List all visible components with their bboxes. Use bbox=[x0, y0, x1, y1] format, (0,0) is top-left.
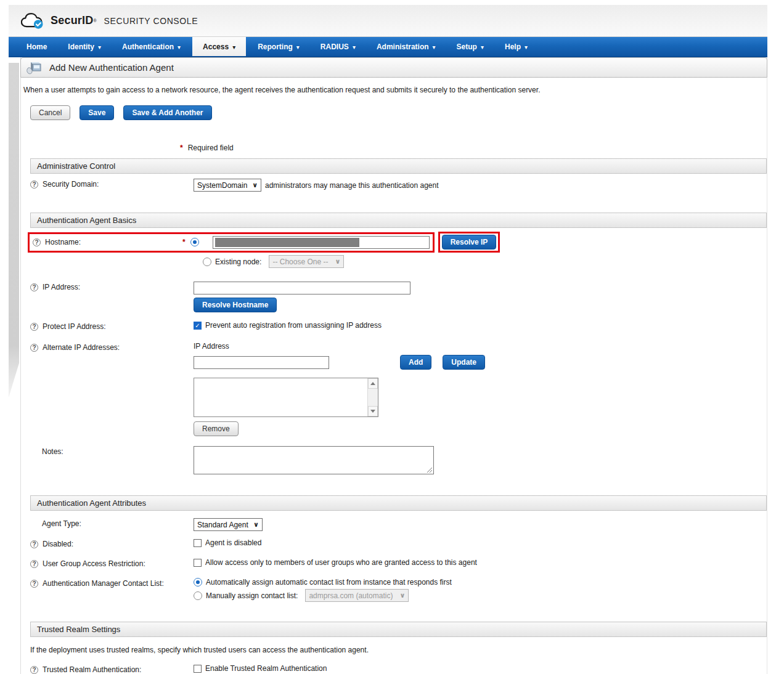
nav-identity[interactable]: Identity▾ bbox=[57, 37, 112, 56]
hostname-input[interactable] bbox=[213, 236, 430, 249]
notes-label: Notes: bbox=[42, 447, 63, 456]
chevron-down-icon: ▾ bbox=[433, 44, 436, 51]
resize-handle-icon[interactable] bbox=[426, 466, 432, 473]
nav-reporting[interactable]: Reporting▾ bbox=[247, 37, 310, 56]
trusted-realm-description: If the deployment uses trusted realms, s… bbox=[21, 637, 767, 654]
disabled-option-text: Agent is disabled bbox=[205, 538, 261, 547]
cancel-button[interactable]: Cancel bbox=[30, 105, 70, 120]
update-button[interactable]: Update bbox=[443, 355, 485, 370]
nav-home[interactable]: Home bbox=[16, 37, 57, 56]
resolve-ip-annotation-box: Resolve IP bbox=[438, 232, 500, 253]
required-note-text: Required field bbox=[188, 144, 234, 152]
contact-list-auto-radio[interactable] bbox=[194, 578, 202, 587]
existing-node-label: Existing node: bbox=[215, 258, 261, 266]
alternate-ip-listbox[interactable] bbox=[194, 378, 378, 417]
page-edge-decoration bbox=[9, 63, 19, 408]
help-icon[interactable]: ? bbox=[30, 181, 38, 189]
help-icon[interactable]: ? bbox=[30, 580, 38, 588]
save-add-another-button[interactable]: Save & Add Another bbox=[123, 105, 211, 120]
notes-row: Notes: bbox=[21, 436, 767, 479]
section-trusted-realm: Trusted Realm Settings bbox=[30, 622, 767, 637]
agent-type-row: Agent Type: Standard Agent ∨ bbox=[21, 511, 767, 534]
nav-access[interactable]: Access▾ bbox=[192, 37, 246, 56]
help-icon[interactable]: ? bbox=[30, 323, 38, 331]
alternate-ip-input[interactable] bbox=[194, 356, 329, 369]
security-domain-row: ? Security Domain: SystemDomain ∨ admini… bbox=[21, 174, 767, 197]
app-header: SecurID ® SECURITY CONSOLE bbox=[9, 5, 767, 37]
resolve-ip-button[interactable]: Resolve IP bbox=[442, 235, 497, 250]
help-icon[interactable]: ? bbox=[30, 283, 38, 291]
chevron-down-icon: ∨ bbox=[399, 591, 405, 599]
trusted-realm-auth-checkbox[interactable] bbox=[194, 665, 202, 673]
nav-authentication[interactable]: Authentication▾ bbox=[112, 37, 191, 56]
existing-node-radio[interactable] bbox=[203, 258, 211, 266]
hostname-radio[interactable] bbox=[190, 238, 199, 246]
scroll-up-icon[interactable] bbox=[368, 378, 378, 389]
page-title: Add New Authentication Agent bbox=[49, 62, 174, 73]
chevron-down-icon: ∨ bbox=[335, 258, 340, 266]
console-title: SECURITY CONSOLE bbox=[104, 16, 198, 26]
nav-radius[interactable]: RADIUS▾ bbox=[310, 37, 366, 56]
top-action-bar: Cancel Save Save & Add Another bbox=[21, 94, 767, 120]
help-icon[interactable]: ? bbox=[30, 540, 38, 548]
chevron-down-icon: ▾ bbox=[481, 44, 484, 51]
existing-node-row: Existing node: -- Choose One -- ∨ bbox=[21, 254, 767, 273]
disabled-row: ? Disabled: Agent is disabled bbox=[21, 534, 767, 553]
chevron-down-icon: ▾ bbox=[232, 44, 235, 51]
ip-address-label: IP Address: bbox=[43, 283, 80, 291]
save-button[interactable]: Save bbox=[80, 105, 114, 120]
nav-setup[interactable]: Setup▾ bbox=[446, 37, 494, 56]
listbox-scrollbar[interactable] bbox=[367, 378, 378, 416]
nav-help[interactable]: Help▾ bbox=[494, 37, 538, 56]
user-group-option-text: Allow access only to members of user gro… bbox=[205, 558, 477, 567]
ip-address-input[interactable] bbox=[194, 282, 410, 294]
agent-type-select[interactable]: Standard Agent ∨ bbox=[194, 518, 263, 531]
nav-administration[interactable]: Administration▾ bbox=[366, 37, 446, 56]
resolve-hostname-button[interactable]: Resolve Hostname bbox=[194, 298, 277, 312]
redacted-hostname-value bbox=[215, 238, 360, 247]
page-content: Add New Authentication Agent When a user… bbox=[20, 57, 767, 674]
add-button[interactable]: Add bbox=[400, 355, 431, 370]
chevron-down-icon: ▾ bbox=[525, 44, 528, 51]
user-group-label: User Group Access Restriction: bbox=[43, 559, 145, 568]
protect-ip-option-text: Prevent auto registration from unassigni… bbox=[205, 321, 382, 330]
agent-icon bbox=[26, 60, 42, 75]
scroll-down-icon[interactable] bbox=[368, 406, 378, 416]
disabled-label: Disabled: bbox=[43, 540, 73, 548]
contact-list-select: admprsa.com (automatic) ∨ bbox=[305, 589, 409, 602]
trusted-realm-option-text: Enable Trusted Realm Authentication bbox=[205, 664, 327, 673]
user-group-restriction-checkbox[interactable] bbox=[194, 559, 202, 567]
protect-ip-checkbox[interactable]: ✓ bbox=[194, 322, 202, 330]
contact-list-auto-text: Automatically assign automatic contact l… bbox=[206, 578, 452, 587]
page-description: When a user attempts to gain access to a… bbox=[21, 78, 767, 94]
agent-disabled-checkbox[interactable] bbox=[194, 539, 202, 547]
required-field-note: * Required field bbox=[180, 144, 767, 152]
chevron-down-icon: ∨ bbox=[253, 521, 259, 529]
contact-list-manual-radio[interactable] bbox=[194, 591, 202, 600]
section-agent-basics: Authentication Agent Basics bbox=[30, 213, 767, 228]
chevron-down-icon: ▾ bbox=[296, 44, 300, 51]
page-frame: SecurID ® SECURITY CONSOLE Home Identity… bbox=[9, 5, 767, 674]
alternate-ip-row: ? Alternate IP Addresses: IP Address Add… bbox=[21, 336, 767, 436]
ip-address-row: ? IP Address: Resolve Hostname bbox=[21, 273, 767, 314]
existing-node-select: -- Choose One -- ∨ bbox=[269, 255, 344, 268]
required-asterisk: * bbox=[182, 238, 186, 246]
hostname-annotation-box: ? Hostname: * bbox=[28, 232, 435, 253]
help-icon[interactable]: ? bbox=[30, 344, 38, 352]
help-icon[interactable]: ? bbox=[33, 238, 41, 246]
security-domain-label: Security Domain: bbox=[43, 180, 99, 189]
alternate-ip-column-header: IP Address bbox=[194, 342, 485, 351]
security-domain-select[interactable]: SystemDomain ∨ bbox=[194, 179, 261, 192]
notes-textarea[interactable] bbox=[194, 446, 434, 474]
alternate-ip-label: Alternate IP Addresses: bbox=[43, 343, 120, 352]
help-icon[interactable]: ? bbox=[30, 560, 38, 568]
remove-button[interactable]: Remove bbox=[194, 421, 239, 436]
protect-ip-row: ? Protect IP Address: ✓ Prevent auto reg… bbox=[21, 314, 767, 336]
required-asterisk: * bbox=[180, 144, 183, 152]
section-agent-attributes: Authentication Agent Attributes bbox=[30, 495, 767, 511]
chevron-down-icon: ▾ bbox=[98, 44, 101, 51]
protect-ip-label: Protect IP Address: bbox=[43, 322, 106, 331]
help-icon[interactable]: ? bbox=[30, 666, 38, 674]
contact-list-row: ? Authentication Manager Contact List: A… bbox=[21, 573, 767, 607]
section-administrative-control: Administrative Control bbox=[30, 158, 767, 174]
